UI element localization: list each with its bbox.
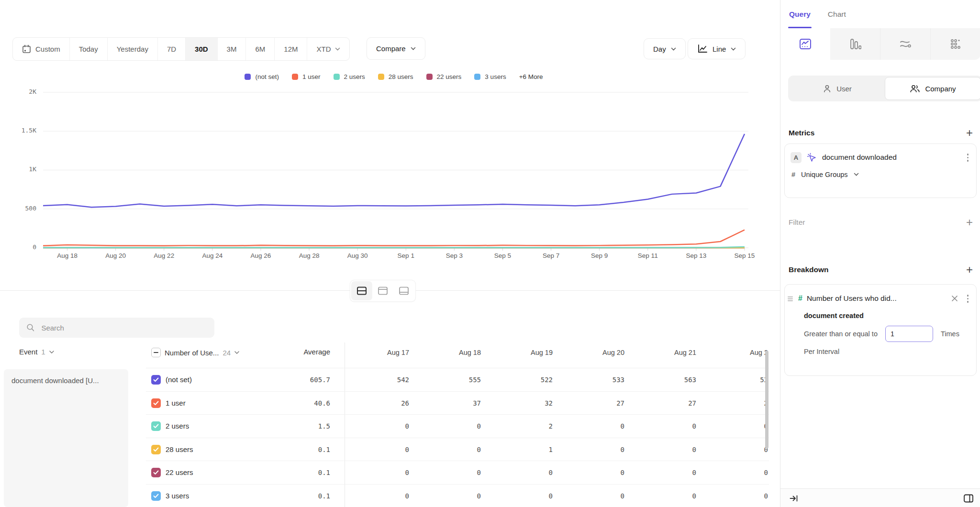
chevron-down-icon <box>731 47 736 51</box>
cell-value: 0 <box>490 469 553 476</box>
close-icon[interactable] <box>951 295 958 302</box>
row-label[interactable]: 3 users <box>166 492 189 500</box>
range-button-30d[interactable]: 30D <box>186 38 218 60</box>
interval-button[interactable]: Day <box>644 38 686 59</box>
split-view-button[interactable] <box>351 281 372 300</box>
x-axis-tick: Aug 30 <box>347 252 368 259</box>
range-button-custom[interactable]: Custom <box>13 38 70 60</box>
legend-item[interactable]: 1 user <box>292 73 321 80</box>
chart-type-flow-button[interactable] <box>880 28 931 60</box>
date-column-header[interactable]: Aug 18 <box>419 349 481 356</box>
date-column-header[interactable]: Aug 17 <box>347 349 409 356</box>
cell-value: 32 <box>490 399 553 407</box>
line-chart-icon <box>799 38 812 50</box>
entity-company-segment[interactable]: Company <box>885 77 980 100</box>
event-list-item[interactable]: document downloaded [U... <box>4 369 128 507</box>
breakdown-menu-button[interactable] <box>965 293 971 305</box>
range-button-xtd[interactable]: XTD <box>307 38 349 60</box>
chevron-down-icon <box>671 47 676 51</box>
entity-user-segment[interactable]: User <box>790 77 885 100</box>
date-column-header[interactable]: Aug 20 <box>562 349 624 356</box>
date-column-header[interactable]: Aug 2 <box>706 349 768 356</box>
range-button-3m[interactable]: 3M <box>218 38 246 60</box>
chart-type-dots-button[interactable] <box>931 28 980 60</box>
bottom-panel-view-button[interactable] <box>393 281 414 300</box>
search-input[interactable] <box>40 323 207 332</box>
per-interval-label[interactable]: Per Interval <box>804 348 976 355</box>
average-column-header[interactable]: Average <box>268 348 330 356</box>
bar-chart-icon <box>849 38 861 50</box>
legend-swatch <box>474 74 480 80</box>
add-breakdown-button[interactable]: + <box>966 264 973 276</box>
row-label[interactable]: 2 users <box>166 422 189 430</box>
range-label: Today <box>79 45 98 53</box>
breakdown-title[interactable]: Number of Users who did... <box>807 294 947 303</box>
main-area: CustomTodayYesterday7D30D3M6M12MXTD Comp… <box>0 0 780 507</box>
row-checkbox[interactable] <box>151 421 161 431</box>
legend-item[interactable]: 22 users <box>426 73 462 80</box>
range-label: Yesterday <box>117 45 148 53</box>
measure-selector[interactable]: Unique Groups <box>801 171 848 178</box>
date-column-header[interactable]: Aug 21 <box>634 349 696 356</box>
legend-more-button[interactable]: +6 More <box>519 73 543 80</box>
top-panel-view-button[interactable] <box>372 281 393 300</box>
x-axis-tick: Aug 20 <box>105 252 126 259</box>
metric-event-name[interactable]: document downloaded <box>822 153 960 162</box>
range-button-today[interactable]: Today <box>70 38 108 60</box>
chevron-down-icon <box>234 351 239 354</box>
legend-swatch <box>334 74 340 80</box>
breakdown-card[interactable]: # Number of Users who did... document cr… <box>784 284 977 376</box>
chart-style-button[interactable]: Line <box>688 38 746 59</box>
legend-item[interactable]: 2 users <box>334 73 365 80</box>
metric-menu-button[interactable] <box>965 152 971 164</box>
compare-button[interactable]: Compare <box>367 37 425 60</box>
date-column-header[interactable]: Aug 19 <box>490 349 553 356</box>
chart-type-bar-button[interactable] <box>830 28 880 60</box>
flow-chart-icon <box>899 38 912 50</box>
tab-query[interactable]: Query <box>789 0 811 28</box>
tab-chart[interactable]: Chart <box>828 0 846 28</box>
legend-label: 1 user <box>302 73 321 80</box>
breakdown-condition-label[interactable]: Greater than or equal to <box>804 330 878 338</box>
breakdown-event-name[interactable]: document created <box>804 312 976 320</box>
legend-item[interactable]: 28 users <box>378 73 413 80</box>
legend-item[interactable]: 3 users <box>474 73 506 80</box>
range-button-7d[interactable]: 7D <box>158 38 186 60</box>
range-button-12m[interactable]: 12M <box>275 38 307 60</box>
search-box[interactable] <box>19 318 214 338</box>
row-label[interactable]: (not set) <box>166 375 192 384</box>
calendar-icon <box>22 44 31 54</box>
filter-heading: Filter <box>789 218 805 227</box>
times-value-input[interactable] <box>885 326 933 342</box>
event-column-header[interactable]: Event 1 <box>19 348 54 356</box>
row-label[interactable]: 1 user <box>166 399 186 407</box>
collapse-panel-icon[interactable] <box>789 494 799 503</box>
check-icon <box>153 494 159 498</box>
row-checkbox[interactable] <box>151 375 161 385</box>
drag-handle-icon[interactable] <box>788 296 794 301</box>
x-axis-tick: Aug 26 <box>251 252 271 259</box>
row-checkbox[interactable] <box>151 491 161 501</box>
group-column-header[interactable]: Number of Use... 24 <box>151 348 239 357</box>
cell-value: 0 <box>419 492 481 500</box>
table-scrollbar[interactable] <box>765 351 768 449</box>
legend-swatch <box>292 74 298 80</box>
add-metric-button[interactable]: + <box>966 127 973 139</box>
cell-value: 26 <box>347 399 409 407</box>
chart-type-line-button[interactable] <box>780 28 830 60</box>
select-all-checkbox[interactable] <box>151 348 161 357</box>
range-button-yesterday[interactable]: Yesterday <box>108 38 158 60</box>
side-panel-icon[interactable] <box>963 494 974 503</box>
range-button-6m[interactable]: 6M <box>246 38 275 60</box>
row-checkbox[interactable] <box>151 468 161 477</box>
cell-value: 0 <box>347 469 409 476</box>
metric-card[interactable]: A document downloaded # Unique Groups <box>784 143 977 198</box>
row-label[interactable]: 28 users <box>166 445 193 453</box>
legend-item[interactable]: (not set) <box>245 73 279 80</box>
entity-user-label: User <box>836 85 852 93</box>
row-checkbox[interactable] <box>151 445 161 454</box>
add-filter-button[interactable]: + <box>966 217 973 228</box>
row-checkbox[interactable] <box>151 398 161 408</box>
row-label[interactable]: 22 users <box>166 468 193 476</box>
x-axis-tick: Sep 3 <box>446 252 463 259</box>
